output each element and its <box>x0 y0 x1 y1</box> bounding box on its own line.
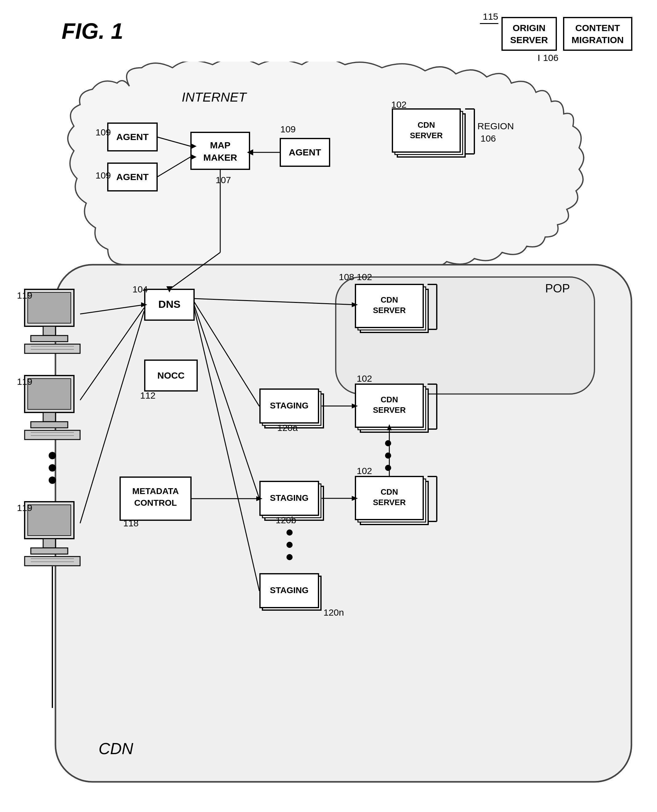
svg-text:112: 112 <box>140 390 156 401</box>
svg-point-57 <box>385 452 391 459</box>
svg-rect-95 <box>31 422 68 428</box>
svg-text:118: 118 <box>123 518 139 528</box>
svg-text:CDN: CDN <box>381 295 398 304</box>
svg-text:CONTROL: CONTROL <box>134 498 177 508</box>
svg-text:106: 106 <box>481 133 496 143</box>
svg-text:109: 109 <box>95 127 111 137</box>
svg-text:120n: 120n <box>324 607 344 618</box>
svg-rect-105 <box>43 539 55 548</box>
internet-label: INTERNET <box>182 90 248 104</box>
svg-rect-107 <box>25 556 80 566</box>
svg-text:109: 109 <box>280 124 296 134</box>
svg-point-100 <box>49 452 56 459</box>
svg-text:STAGING: STAGING <box>270 585 308 595</box>
svg-rect-87 <box>31 335 68 342</box>
svg-rect-86 <box>43 326 55 335</box>
svg-text:CDN: CDN <box>381 487 398 497</box>
svg-text:AGENT: AGENT <box>117 132 149 142</box>
content-migration-box: CONTENT MIGRATION <box>563 17 632 51</box>
svg-text:102: 102 <box>357 466 372 476</box>
svg-text:109: 109 <box>95 170 111 180</box>
pop-label: POP <box>545 282 570 295</box>
svg-rect-88 <box>25 344 80 353</box>
svg-rect-104 <box>28 505 71 536</box>
svg-text:108: 108 <box>339 272 354 282</box>
svg-rect-106 <box>31 548 68 554</box>
diagram-svg: INTERNET CDN POP AGENT 109 AGENT 109 MAP… <box>12 62 644 800</box>
svg-text:CDN: CDN <box>418 120 435 130</box>
svg-text:SERVER: SERVER <box>410 131 443 140</box>
svg-text:119: 119 <box>17 503 32 513</box>
svg-text:120a: 120a <box>277 422 298 433</box>
svg-rect-96 <box>25 430 80 439</box>
origin-server-box: ORIGIN SERVER <box>501 17 557 51</box>
svg-text:STAGING: STAGING <box>270 401 308 410</box>
cdn-label: CDN <box>98 740 133 758</box>
svg-point-101 <box>49 464 56 472</box>
svg-rect-93 <box>28 379 71 409</box>
svg-text:MAP: MAP <box>210 140 231 150</box>
svg-point-77 <box>286 529 293 536</box>
svg-rect-8 <box>191 132 249 169</box>
svg-text:AGENT: AGENT <box>289 147 321 157</box>
svg-rect-17 <box>392 109 460 152</box>
figure-title: FIG. 1 <box>62 19 123 44</box>
svg-text:METADATA: METADATA <box>132 486 179 496</box>
svg-text:104: 104 <box>132 284 148 294</box>
svg-point-56 <box>385 440 391 446</box>
svg-text:120b: 120b <box>276 515 296 525</box>
svg-text:SERVER: SERVER <box>373 306 406 315</box>
svg-point-58 <box>385 465 391 471</box>
svg-text:102: 102 <box>357 373 372 383</box>
svg-text:SERVER: SERVER <box>373 498 406 507</box>
svg-text:AGENT: AGENT <box>117 172 149 182</box>
svg-text:102: 102 <box>357 272 372 282</box>
svg-text:REGION: REGION <box>478 121 514 131</box>
ref-115: 115 <box>483 11 498 22</box>
page: FIG. 1 115 ORIGIN SERVER CONTENT MIGRATI… <box>0 0 657 812</box>
svg-point-78 <box>286 542 293 548</box>
svg-text:119: 119 <box>17 376 32 387</box>
svg-text:DNS: DNS <box>158 298 181 310</box>
svg-text:SERVER: SERVER <box>373 405 406 415</box>
svg-point-79 <box>286 554 293 560</box>
svg-text:NOCC: NOCC <box>157 370 185 380</box>
svg-text:MAKER: MAKER <box>203 152 237 163</box>
svg-text:107: 107 <box>216 175 231 185</box>
svg-text:102: 102 <box>391 99 406 110</box>
svg-text:CDN: CDN <box>381 395 398 404</box>
svg-text:119: 119 <box>17 290 32 300</box>
svg-point-102 <box>49 477 56 484</box>
svg-text:STAGING: STAGING <box>270 493 308 503</box>
svg-rect-85 <box>28 292 71 323</box>
svg-rect-94 <box>43 413 55 422</box>
